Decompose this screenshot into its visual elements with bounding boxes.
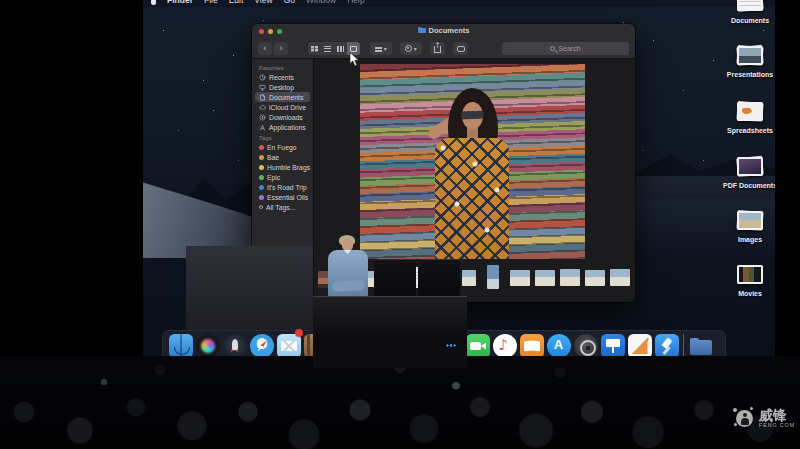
- keynote-podium-icon: [601, 334, 625, 358]
- stack-documents[interactable]: Documents: [725, 0, 775, 24]
- sidebar-tag-all-tags[interactable]: All Tags...: [255, 202, 310, 212]
- system-preferences-gear-icon: [574, 334, 598, 358]
- sidebar-tag-essential-oils[interactable]: Essential Oils: [255, 192, 310, 202]
- menu-item-window[interactable]: Window: [306, 0, 336, 5]
- menu-item-finder[interactable]: Finder: [167, 0, 193, 5]
- stack-label: PDF Documents: [723, 182, 775, 189]
- sidebar-item-recents[interactable]: Recents: [255, 72, 310, 82]
- gallery-thumbnail[interactable]: [535, 270, 555, 286]
- sidebar-item-documents[interactable]: Documents: [255, 92, 310, 102]
- sidebar-tag-en-fuego[interactable]: En Fuego: [255, 142, 310, 152]
- stack-images[interactable]: Images: [725, 209, 775, 243]
- menu-bar[interactable]: Finder File Edit View Go Window Help: [143, 0, 775, 7]
- mail-icon: [277, 334, 301, 358]
- photo-subject-patterned-top: [435, 138, 509, 259]
- tag-color-dot: [259, 155, 264, 160]
- gallery-thumbnail[interactable]: [487, 265, 499, 289]
- stack-presentations-icon[interactable]: [733, 44, 767, 68]
- share-button[interactable]: ↑: [430, 42, 445, 55]
- sidebar-tag-epic[interactable]: Epic: [255, 172, 310, 182]
- stack-spreadsheets[interactable]: Spreadsheets: [725, 100, 775, 134]
- icon-view-button[interactable]: [308, 42, 321, 55]
- column-view-button[interactable]: [334, 42, 347, 55]
- action-menu-button[interactable]: ▾: [400, 42, 422, 55]
- chevron-down-icon: ▾: [414, 46, 417, 52]
- itunes-music-note-icon: ♪: [493, 334, 517, 358]
- stack-sheet-front: [737, 157, 763, 176]
- menu-bar-items: Finder File Edit View Go Window Help: [151, 0, 365, 5]
- tags-button[interactable]: [453, 42, 468, 55]
- stack-sheet-front: [737, 211, 763, 230]
- sidebar-section-tags: Tags: [259, 135, 313, 141]
- stack-label: Movies: [738, 290, 762, 297]
- pages-pen-icon: [628, 334, 652, 358]
- menu-item-edit[interactable]: Edit: [229, 0, 244, 5]
- stack-pdf-icon[interactable]: [733, 155, 767, 179]
- stack-pdf-documents[interactable]: PDF Documents: [725, 155, 775, 189]
- stack-label: Documents: [731, 17, 769, 24]
- xcode-hammer-icon: [655, 334, 679, 358]
- sidebar-item-label: Documents: [269, 94, 303, 101]
- tag-color-dot: [259, 195, 264, 200]
- audience-silhouettes: [0, 356, 800, 449]
- gallery-main-photo[interactable]: [360, 64, 585, 259]
- watermark: 威锋 FENG.COM: [733, 392, 799, 444]
- sidebar-item-desktop[interactable]: Desktop: [255, 82, 310, 92]
- gallery-thumbnail[interactable]: [560, 269, 580, 286]
- search-input[interactable]: Search: [502, 42, 629, 55]
- desktop-icon: [259, 84, 266, 91]
- sidebar-item-label: Humble Brags: [267, 164, 310, 171]
- apple-menu-icon[interactable]: [151, 0, 156, 5]
- window-title-text: Documents: [429, 26, 470, 35]
- gallery-thumbnail[interactable]: [510, 270, 530, 286]
- tag-color-dot: [259, 145, 264, 150]
- stack-movies-icon[interactable]: [733, 263, 767, 287]
- group-by-button[interactable]: ▾: [370, 42, 392, 55]
- mouse-cursor: [349, 52, 360, 67]
- stack-images-icon[interactable]: [733, 209, 767, 233]
- sidebar-item-applications[interactable]: Applications: [255, 122, 310, 132]
- icon-view-icon: [311, 46, 318, 52]
- watermark-domain-text: FENG.COM: [759, 423, 795, 429]
- gallery-view-icon: [350, 46, 357, 52]
- sidebar-item-downloads[interactable]: Downloads: [255, 112, 310, 122]
- gallery-thumbnail[interactable]: [585, 270, 605, 286]
- nav-buttons: ‹ ›: [258, 42, 288, 55]
- column-view-icon: [337, 46, 344, 52]
- gear-icon: [405, 45, 412, 52]
- presenter-shirt: [328, 250, 368, 300]
- list-view-button[interactable]: [321, 42, 334, 55]
- sidebar-item-icloud-drive[interactable]: iCloud Drive: [255, 102, 310, 112]
- stack-spreadsheets-icon[interactable]: [733, 100, 767, 124]
- safari-compass-icon: [250, 334, 274, 358]
- books-icon: [520, 334, 544, 358]
- sidebar-tag-humble-brags[interactable]: Humble Brags: [255, 162, 310, 172]
- stack-sheet-front: [737, 0, 763, 11]
- forward-button[interactable]: ›: [274, 42, 288, 55]
- sidebar-item-label: It's Road Trip: [267, 184, 307, 191]
- stack-documents-icon[interactable]: [733, 0, 767, 14]
- menu-item-view[interactable]: View: [254, 0, 272, 5]
- menu-item-file[interactable]: File: [204, 0, 218, 5]
- menu-item-go[interactable]: Go: [284, 0, 295, 5]
- facetime-camera-icon: [466, 334, 490, 358]
- podium-desk: [313, 296, 467, 368]
- photo-subject-sunglasses: [461, 111, 484, 120]
- sidebar-section-favorites: Favorites: [259, 65, 313, 71]
- stack-sheet-front: [737, 265, 763, 284]
- tag-color-dot: [259, 165, 264, 170]
- sidebar-tag-bae[interactable]: Bae: [255, 152, 310, 162]
- gallery-thumbnail[interactable]: [462, 270, 476, 286]
- gallery-thumbnail[interactable]: [610, 269, 630, 286]
- window-toolbar: ‹ › ▾ ▾ ↑: [252, 39, 635, 59]
- search-icon: [550, 46, 555, 51]
- back-button[interactable]: ‹: [258, 42, 272, 55]
- clock-icon: [259, 74, 266, 81]
- stack-label: Presentations: [727, 71, 773, 78]
- sidebar-tag-its-road-trip[interactable]: It's Road Trip: [255, 182, 310, 192]
- window-title-bar[interactable]: Documents: [252, 24, 635, 39]
- menu-item-help[interactable]: Help: [347, 0, 364, 5]
- stack-presentations[interactable]: Presentations: [725, 44, 775, 78]
- stack-sheet-front: [737, 46, 763, 65]
- stack-movies[interactable]: Movies: [725, 263, 775, 297]
